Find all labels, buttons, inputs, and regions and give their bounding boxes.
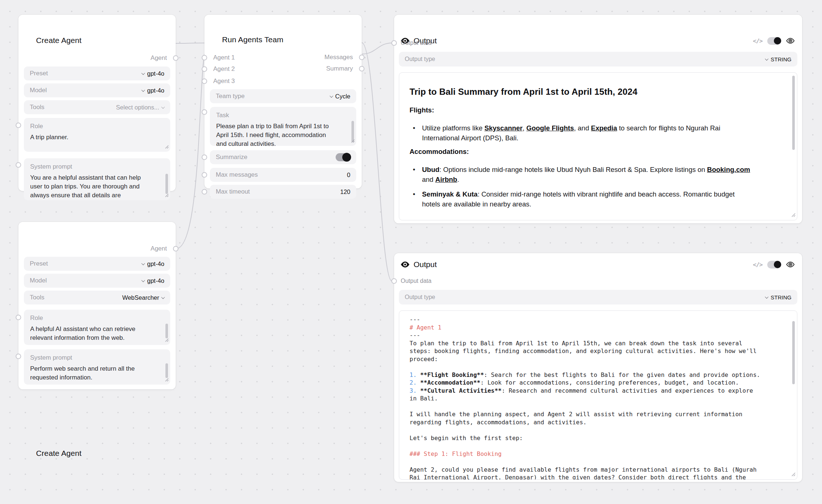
text: , and: [574, 124, 591, 132]
task-label: Task: [216, 112, 350, 119]
port-label-agent-3: Agent 3: [213, 78, 235, 85]
preset-select[interactable]: Preset gpt-4o: [24, 66, 170, 80]
output-content[interactable]: ---# Agent 1---To plan the trip to Bali …: [399, 310, 797, 480]
console-line: ---: [410, 316, 787, 324]
role-textarea[interactable]: Role A helpful AI assistant who can retr…: [24, 310, 170, 345]
port-agent-2-input[interactable]: [202, 66, 207, 72]
role-label: Role: [30, 123, 164, 130]
summarize-label: Summarize: [216, 154, 247, 161]
code-view-icon[interactable]: </>: [753, 37, 762, 44]
port-agent-output[interactable]: [173, 55, 179, 61]
console-line: 1. **Flight Booking**: Search for the be…: [410, 371, 787, 379]
console-line: ### Step 1: Flight Booking: [410, 450, 787, 458]
tools-label: Tools: [30, 294, 44, 301]
port-agent-1-input[interactable]: [202, 55, 207, 61]
max-timeout-field[interactable]: Max timeout 120: [210, 185, 356, 199]
role-label: Role: [30, 314, 164, 322]
max-messages-label: Max messages: [216, 171, 258, 179]
model-value: gpt-4o: [147, 277, 164, 284]
resize-handle-icon[interactable]: [165, 144, 169, 150]
console-line: # Agent 1: [410, 324, 787, 332]
text: and: [422, 176, 435, 183]
eye-icon[interactable]: [786, 36, 795, 45]
port-label-messages: Messages: [325, 54, 353, 61]
resize-handle-icon[interactable]: [791, 471, 796, 478]
chevron-down-icon: [329, 94, 333, 98]
port-summary-output[interactable]: [359, 66, 365, 72]
output-type-select[interactable]: Output type STRING: [399, 52, 797, 66]
scrollbar-thumb[interactable]: [165, 363, 168, 378]
scrollbar-thumb[interactable]: [165, 174, 168, 194]
chevron-down-icon: [161, 105, 165, 109]
console-line: I will handle the planning aspect, and A…: [410, 410, 787, 418]
output-type-select[interactable]: Output type STRING: [399, 290, 797, 305]
system-prompt-textarea[interactable]: System prompt You are a helpful assistan…: [24, 158, 170, 200]
connection-wire[interactable]: [176, 54, 204, 249]
port-role-input[interactable]: [16, 315, 21, 320]
task-textarea[interactable]: Task Please plan a trip to Bali from Apr…: [210, 107, 356, 146]
summarize-toggle[interactable]: [336, 153, 350, 161]
port-output-data-input[interactable]: [392, 278, 397, 284]
flow-canvas[interactable]: { "colors": { "accent_red": "#df6863", "…: [0, 0, 822, 504]
preset-label: Preset: [30, 260, 48, 267]
resize-handle-icon[interactable]: [165, 337, 169, 343]
port-max-messages-input[interactable]: [202, 172, 207, 178]
model-select[interactable]: Model gpt-4o: [24, 83, 170, 97]
visibility-toggle[interactable]: [767, 37, 781, 45]
markdown-bullet: •Utilize platforms like Skyscanner, Goog…: [410, 123, 787, 143]
port-output-data-input[interactable]: [392, 40, 397, 46]
port-max-timeout-input[interactable]: [202, 189, 207, 195]
role-textarea[interactable]: Role A trip planner.: [24, 118, 170, 152]
link[interactable]: Expedia: [591, 124, 617, 132]
model-select[interactable]: Model gpt-4o: [24, 274, 170, 288]
text: : Options include mid-range hotels like …: [439, 166, 707, 173]
team-type-select[interactable]: Team type Cycle: [210, 89, 356, 103]
eye-icon[interactable]: [786, 260, 795, 269]
system-prompt-text: Perform web search and return all the re…: [30, 364, 151, 382]
max-timeout-label: Max timeout: [216, 188, 250, 195]
port-summarize-input[interactable]: [202, 155, 207, 160]
bold-text: Ubud: [422, 166, 439, 173]
markdown-content: Trip to Bali Summary from April 1st to A…: [399, 73, 797, 220]
port-agent-output[interactable]: [173, 246, 179, 252]
node-title: Output: [414, 260, 437, 269]
resize-handle-icon[interactable]: [351, 138, 355, 144]
tools-select[interactable]: Tools Select options...: [24, 100, 170, 114]
resize-handle-icon[interactable]: [165, 192, 169, 199]
link[interactable]: Airbnb: [435, 176, 457, 183]
tools-select[interactable]: Tools WebSearcher: [24, 291, 170, 305]
link[interactable]: Skyscanner: [485, 124, 523, 132]
port-task-input[interactable]: [202, 109, 207, 115]
resize-handle-icon[interactable]: [791, 212, 796, 219]
scrollbar-thumb[interactable]: [792, 76, 795, 150]
visibility-toggle[interactable]: [767, 261, 781, 269]
connection-wire[interactable]: [176, 43, 204, 43]
code-view-icon[interactable]: </>: [753, 261, 762, 268]
port-label-output-data: Output data: [401, 278, 432, 284]
port-agent-3-input[interactable]: [202, 79, 207, 84]
tools-label: Tools: [30, 104, 44, 111]
node-output-1[interactable]: Output </> Output data Output type STRIN…: [394, 15, 802, 223]
resize-handle-icon[interactable]: [165, 377, 169, 383]
system-prompt-textarea[interactable]: System prompt Perform web search and ret…: [24, 349, 170, 385]
max-messages-field[interactable]: Max messages 0: [210, 168, 356, 182]
preset-value: gpt-4o: [147, 260, 164, 267]
scrollbar-thumb[interactable]: [165, 324, 168, 338]
link[interactable]: Booking.com: [707, 166, 750, 173]
port-system-prompt-input[interactable]: [16, 354, 21, 359]
port-system-prompt-input[interactable]: [16, 162, 21, 168]
port-messages-output[interactable]: [359, 55, 365, 60]
connection-wire[interactable]: [362, 43, 392, 281]
node-create-agent-2[interactable]: Create Agent Agent Preset gpt-4o Model g…: [18, 222, 176, 389]
scrollbar-thumb[interactable]: [792, 321, 795, 384]
node-output-2[interactable]: Output </> Output data Output type STRIN…: [394, 253, 802, 482]
preset-select[interactable]: Preset gpt-4o: [24, 257, 170, 271]
max-timeout-value: 120: [340, 188, 350, 195]
console-line: To plan the trip to Bali from April 1st …: [410, 339, 787, 348]
tools-value: WebSearcher: [122, 294, 159, 301]
node-run-agents-team[interactable]: Run Agents Team Agent 1 Agent 2 Agent 3 …: [204, 15, 362, 188]
node-create-agent-1[interactable]: Create Agent Agent Preset gpt-4o Model g…: [18, 15, 176, 191]
port-role-input[interactable]: [16, 123, 21, 128]
link[interactable]: Google Flights: [526, 124, 574, 132]
output-content[interactable]: Trip to Bali Summary from April 1st to A…: [399, 72, 797, 220]
